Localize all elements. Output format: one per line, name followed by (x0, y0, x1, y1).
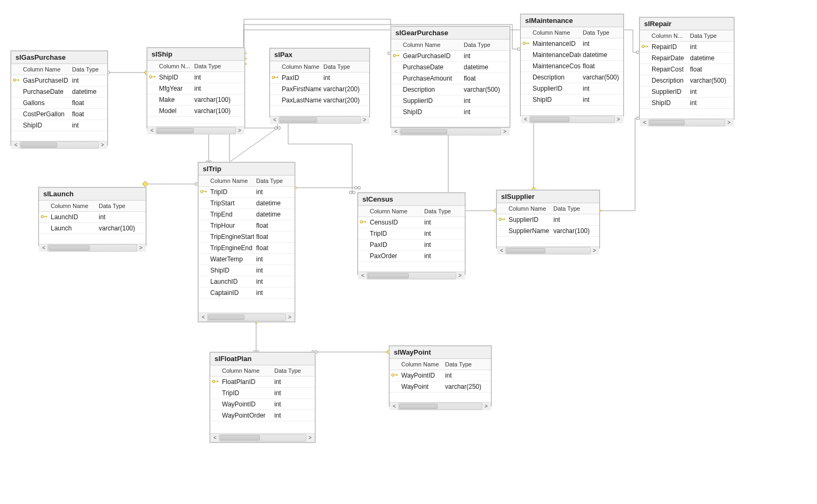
column-row[interactable]: MfgYearint (147, 83, 244, 94)
entity-pax[interactable]: slPaxColumn NameData TypePaxIDintPaxFirs… (269, 48, 370, 117)
column-row[interactable]: FloatPlanIDint (210, 377, 315, 388)
scroll-right-icon[interactable]: > (482, 403, 490, 410)
scroll-left-icon[interactable]: < (498, 247, 505, 254)
column-row[interactable]: MaintenanceDatedatetime (521, 50, 623, 61)
column-row[interactable]: GearPurchaseIDint (391, 51, 510, 62)
scroll-track[interactable] (648, 119, 725, 126)
column-row[interactable]: SupplierIDint (391, 95, 510, 107)
scroll-right-icon[interactable]: > (501, 129, 509, 135)
scroll-track[interactable] (219, 434, 306, 442)
column-row[interactable]: LaunchIDint (199, 276, 295, 287)
scroll-thumb[interactable] (530, 117, 569, 122)
scroll-track[interactable] (207, 314, 286, 321)
scroll-right-icon[interactable]: > (591, 247, 598, 254)
horizontal-scrollbar[interactable]: <> (270, 116, 369, 124)
entity-title[interactable]: slPax (270, 49, 369, 61)
entity-title[interactable]: slLaunch (39, 188, 146, 201)
scroll-right-icon[interactable]: > (236, 127, 243, 134)
scroll-left-icon[interactable]: < (271, 117, 279, 123)
column-row[interactable]: Launchvarchar(100) (39, 223, 146, 234)
scroll-right-icon[interactable]: > (361, 117, 368, 123)
entity-wayPoint[interactable]: slWayPointColumn NameData TypeWayPointID… (389, 346, 491, 406)
column-row[interactable]: PaxOrderint (358, 251, 465, 262)
entity-title[interactable]: slFloatPlan (210, 353, 315, 365)
entity-title[interactable]: slTrip (199, 163, 295, 175)
column-row[interactable]: SupplierIDint (640, 86, 734, 98)
column-row[interactable]: CaptainIDint (199, 287, 295, 299)
horizontal-scrollbar[interactable]: <> (39, 244, 146, 252)
entity-maintenance[interactable]: slMaintenanceColumn NameData TypeMainten… (520, 14, 624, 116)
scroll-thumb[interactable] (368, 273, 409, 278)
column-row[interactable]: PaxIDint (358, 239, 465, 251)
entity-title[interactable]: slWayPoint (390, 346, 491, 359)
column-row[interactable]: Makevarchar(100) (147, 94, 244, 106)
entity-title[interactable]: slSupplier (497, 190, 599, 203)
column-row[interactable]: LaunchIDint (39, 212, 146, 223)
scroll-left-icon[interactable]: < (148, 127, 156, 134)
column-row[interactable]: MaintenanceCostfloat (521, 61, 623, 72)
horizontal-scrollbar[interactable]: <> (640, 118, 734, 126)
column-row[interactable]: SupplierIDint (497, 214, 599, 226)
column-row[interactable]: TripIDint (199, 187, 295, 198)
column-row[interactable]: SupplierNamevarchar(100) (497, 226, 599, 237)
column-row[interactable]: PaxLastNamevarchar(200) (270, 95, 369, 106)
column-row[interactable]: SupplierIDint (521, 83, 623, 94)
scroll-thumb[interactable] (208, 315, 244, 320)
entity-trip[interactable]: slTripColumn NameData TypeTripIDintTripS… (198, 162, 295, 322)
column-row[interactable]: ShipIDint (640, 98, 734, 109)
column-row[interactable]: TripIDint (210, 388, 315, 399)
entity-gasPurchase[interactable]: slGasPurchaseColumn NameData TypeGasPurc… (11, 51, 108, 146)
entity-title[interactable]: slShip (147, 48, 244, 61)
column-row[interactable]: CensusIDint (358, 217, 465, 228)
column-row[interactable]: PaxIDint (270, 73, 369, 84)
column-row[interactable]: ShipIDint (199, 265, 295, 276)
entity-census[interactable]: slCensusColumn NameData TypeCensusIDintT… (358, 193, 465, 275)
column-row[interactable]: RepairDatedatetime (640, 53, 734, 64)
scroll-thumb[interactable] (220, 435, 260, 441)
scroll-right-icon[interactable]: > (286, 314, 294, 321)
scroll-right-icon[interactable]: > (99, 142, 106, 148)
scroll-right-icon[interactable]: > (137, 245, 145, 251)
horizontal-scrollbar[interactable]: <> (11, 141, 107, 149)
column-row[interactable]: WayPointvarchar(250) (390, 381, 491, 393)
scroll-left-icon[interactable]: < (40, 245, 47, 251)
entity-supplier[interactable]: slSupplierColumn NameData TypeSupplierID… (496, 190, 600, 249)
column-row[interactable]: Modelvarchar(100) (147, 106, 244, 117)
scroll-left-icon[interactable]: < (641, 119, 648, 126)
column-row[interactable]: PurchaseAmountfloat (391, 73, 510, 84)
horizontal-scrollbar[interactable]: <> (390, 402, 491, 410)
column-row[interactable]: CostPerGallonfloat (11, 109, 107, 120)
column-row[interactable]: Descriptionvarchar(500) (640, 75, 734, 86)
entity-title[interactable]: slCensus (358, 193, 465, 206)
scroll-track[interactable] (400, 128, 501, 135)
column-row[interactable]: ShipIDint (147, 72, 244, 83)
scroll-track[interactable] (279, 116, 361, 124)
column-row[interactable]: Descriptionvarchar(500) (391, 84, 510, 95)
column-row[interactable]: RepairCostfloat (640, 64, 734, 75)
column-row[interactable]: MaintenanceIDint (521, 38, 623, 50)
horizontal-scrollbar[interactable]: <> (210, 433, 315, 442)
horizontal-scrollbar[interactable]: <> (199, 313, 295, 322)
scroll-thumb[interactable] (21, 142, 57, 148)
scroll-left-icon[interactable]: < (522, 116, 529, 123)
column-row[interactable]: ShipIDint (521, 94, 623, 106)
scroll-right-icon[interactable]: > (306, 435, 314, 441)
scroll-track[interactable] (505, 247, 591, 254)
scroll-thumb[interactable] (280, 117, 317, 123)
column-row[interactable]: PaxFirstNamevarchar(200) (270, 84, 369, 95)
horizontal-scrollbar[interactable]: <> (391, 127, 510, 135)
scroll-track[interactable] (367, 272, 456, 279)
column-row[interactable]: WayPointIDint (390, 370, 491, 381)
column-row[interactable]: RepairIDint (640, 42, 734, 53)
scroll-left-icon[interactable]: < (359, 273, 367, 279)
scroll-thumb[interactable] (157, 128, 194, 133)
scroll-thumb[interactable] (49, 245, 90, 251)
column-row[interactable]: TripEngineStartfloat (199, 231, 295, 243)
column-row[interactable]: ShipIDint (11, 120, 107, 131)
column-row[interactable]: PurchaseDatedatetime (11, 86, 107, 98)
column-row[interactable]: WaterTempint (199, 254, 295, 265)
entity-title[interactable]: slGearPurchase (391, 27, 510, 39)
entity-repair[interactable]: slRepairColumn N...Data TypeRepairIDintR… (639, 17, 734, 119)
entity-launch[interactable]: slLaunchColumn NameData TypeLaunchIDintL… (38, 187, 146, 246)
scroll-left-icon[interactable]: < (12, 142, 20, 148)
